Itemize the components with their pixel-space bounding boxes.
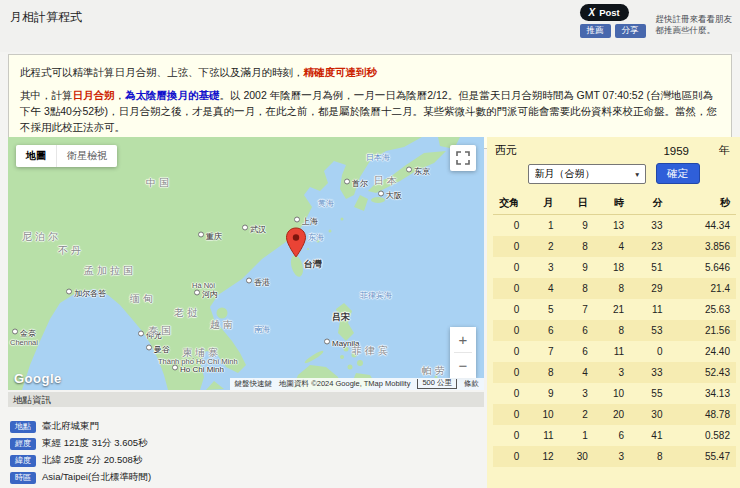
table-cell: 0 [493, 446, 531, 467]
map-label: 重庆 [198, 231, 222, 242]
map-tab-button[interactable]: 地圖 [16, 145, 56, 167]
table-cell: 9 [566, 215, 600, 237]
table-cell: 11 [636, 299, 674, 320]
map-marker-icon[interactable] [284, 227, 308, 259]
results-header-row: 交角月日時分秒 [493, 192, 736, 215]
map-label: 孟加拉国 [84, 264, 136, 278]
table-cell: 0 [493, 425, 531, 446]
location-section-title: 地點資訊 [8, 392, 484, 407]
table-cell: 4 [531, 278, 565, 299]
zoom-in-button[interactable]: + [450, 327, 476, 352]
map-label: 首尔 [344, 178, 368, 189]
table-cell: 11 [531, 425, 565, 446]
table-row: 012303855.47 [493, 446, 736, 467]
table-cell: 3 [600, 362, 636, 383]
map-label: 香港 [246, 277, 270, 288]
table-cell: 8 [566, 278, 600, 299]
map-label: Chennai [10, 338, 38, 347]
fb-signup-line1: 趕快註冊來看看朋友 [656, 14, 733, 25]
map-label: 中国 [146, 176, 172, 190]
notice-box: 此程式可以精準計算日月合朔、上弦、下弦以及滿月的時刻，精確度可達到秒 其中，計算… [8, 54, 732, 149]
x-post-button[interactable]: X Post [580, 4, 629, 21]
table-cell: 25.63 [674, 299, 736, 320]
table-cell: 0 [493, 341, 531, 362]
table-cell: 2 [566, 404, 600, 425]
year-input[interactable] [517, 144, 691, 158]
table-row: 08433352.43 [493, 362, 736, 383]
location-row: 經度東經 121度 31分 3.605秒 [10, 437, 484, 450]
google-logo[interactable]: Google [14, 371, 62, 386]
location-badge: 地點 [10, 421, 36, 433]
confirm-button[interactable]: 確定 [656, 163, 700, 184]
era-label: 西元 [495, 143, 517, 158]
table-cell: 10 [531, 404, 565, 425]
location-badge: 時區 [10, 472, 36, 484]
facebook-buttons-row: 推薦 分享 [580, 24, 646, 38]
fullscreen-icon [456, 151, 470, 165]
table-cell: 44.34 [674, 215, 736, 237]
phase-row: 新月（合朔） ▼ 確定 [487, 160, 740, 189]
map-label: 缅甸 [130, 292, 156, 306]
table-cell: 8 [600, 278, 636, 299]
table-cell: 55.47 [674, 446, 736, 467]
map-label: 曼谷 [146, 344, 170, 355]
map-label: 河内 [194, 289, 218, 300]
satellite-tab-button[interactable]: 衛星檢視 [56, 145, 117, 167]
map-label: 老挝 [174, 306, 200, 320]
table-cell: 0 [493, 320, 531, 341]
map-data-text: 地圖資料 ©2024 Google, TMap Mobility [279, 379, 410, 389]
fb-like-button[interactable]: 推薦 [580, 24, 611, 38]
table-cell: 0 [493, 362, 531, 383]
map-label: 日本 [374, 174, 400, 188]
table-row: 04882921.4 [493, 278, 736, 299]
table-cell: 0 [493, 383, 531, 404]
table-cell: 1 [566, 425, 600, 446]
keyboard-shortcuts-link[interactable]: 鍵盤快速鍵 [235, 379, 273, 389]
table-cell: 41 [636, 425, 674, 446]
table-cell: 55 [636, 383, 674, 404]
terms-link[interactable]: 條款 [464, 379, 479, 389]
results-table: 交角月日時分秒 019133344.340284233.85603918515.… [493, 192, 736, 467]
table-row: 01116410.582 [493, 425, 736, 446]
location-value: Asia/Taipei(台北標準時間) [42, 471, 151, 484]
table-cell: 8 [531, 362, 565, 383]
notice-text-segment: 此程式可以精準計算日月合朔、上弦、下弦以及滿月的時刻， [20, 66, 304, 78]
table-cell: 8 [636, 446, 674, 467]
notice-text-segment: 為太陰曆換月的基礎 [125, 89, 220, 101]
table-cell: 21.4 [674, 278, 736, 299]
phase-select[interactable]: 新月（合朔） [528, 164, 646, 184]
fb-signup-link[interactable]: 趕快註冊來看看朋友 都推薦些什麼。 [656, 4, 733, 36]
table-cell: 8 [566, 236, 600, 257]
table-cell: 8 [600, 320, 636, 341]
page-title: 月相計算程式 [10, 9, 82, 26]
table-cell: 0 [493, 404, 531, 425]
map-label: 泰国 [148, 324, 174, 338]
fb-signup-line2: 都推薦些什麼。 [656, 25, 733, 36]
results-column-header: 分 [636, 192, 674, 215]
table-cell: 0.582 [674, 425, 736, 446]
fb-share-button[interactable]: 分享 [615, 24, 646, 38]
table-row: 019133344.34 [493, 215, 736, 237]
location-rows: 地點臺北府城東門經度東經 121度 31分 3.605秒緯度北緯 25度 2分 … [8, 408, 484, 488]
table-cell: 0 [493, 236, 531, 257]
table-cell: 2 [531, 236, 565, 257]
table-cell: 23 [636, 236, 674, 257]
table-cell: 52.43 [674, 362, 736, 383]
map-type-control: 地圖 衛星檢視 [16, 145, 117, 167]
notice-paragraph-1: 此程式可以精準計算日月合朔、上弦、下弦以及滿月的時刻，精確度可達到秒 [20, 64, 720, 80]
x-post-label: Post [599, 7, 620, 18]
table-cell: 10 [600, 383, 636, 404]
fullscreen-button[interactable] [450, 145, 476, 171]
map-label: 不丹 [58, 244, 84, 258]
table-cell: 3 [600, 446, 636, 467]
table-cell: 20 [600, 404, 636, 425]
table-cell: 6 [566, 320, 600, 341]
results-column-header: 時 [600, 192, 636, 215]
map-label: 黄海 [318, 198, 334, 209]
table-cell: 3.856 [674, 236, 736, 257]
zoom-out-button[interactable]: − [450, 353, 476, 378]
map-canvas[interactable]: 中国日本日本海黄海东海南海菲律宾海首尔东京大阪上海武汉重庆香港台灣尼泊尔不丹孟加… [8, 137, 484, 390]
map-label: 大阪 [378, 190, 402, 201]
map-label: Ho Chi Minh [172, 365, 224, 374]
table-cell: 0 [493, 278, 531, 299]
